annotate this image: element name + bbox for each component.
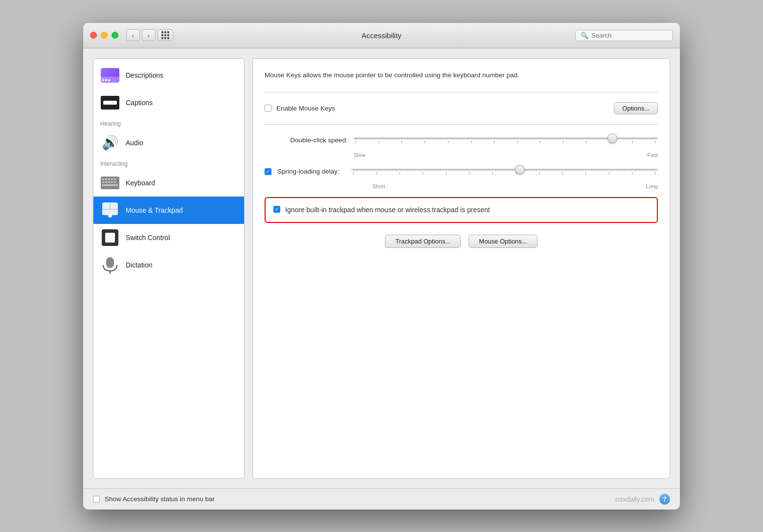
window-title: Accessibility: [361, 31, 402, 40]
search-input[interactable]: [591, 32, 668, 39]
sidebar-section-interacting: Interacting: [93, 156, 244, 169]
options-button[interactable]: Options...: [614, 102, 658, 114]
sidebar-item-captions[interactable]: Captions: [93, 89, 244, 116]
traffic-lights: [90, 32, 118, 39]
captions-icon: [100, 93, 120, 112]
audio-icon: 🔊: [100, 133, 120, 153]
divider-2: [265, 124, 658, 125]
sidebar-item-keyboard[interactable]: Keyboard: [93, 169, 244, 197]
right-panel: Mouse Keys allows the mouse pointer to b…: [252, 58, 670, 479]
fast-label: Fast: [648, 152, 658, 158]
sidebar-scroll[interactable]: Descriptions Captions Hearing: [93, 59, 244, 478]
grid-view-button[interactable]: [157, 29, 173, 41]
svg-rect-3: [108, 178, 110, 180]
svg-rect-1: [102, 178, 104, 180]
spring-loading-slider-container: [351, 166, 658, 177]
svg-rect-11: [102, 184, 118, 186]
show-accessibility-label: Show Accessibility status in menu bar: [105, 495, 215, 503]
sidebar-label-mouse-trackpad: Mouse & Trackpad: [126, 206, 183, 214]
spring-loading-ticks: [351, 172, 658, 175]
double-click-speed-thumb[interactable]: [607, 133, 617, 143]
watermark: osxdaily.com: [615, 495, 654, 503]
nav-buttons: ‹ ›: [126, 29, 156, 41]
spring-loading-checkbox[interactable]: [265, 168, 271, 175]
sidebar-item-dictation[interactable]: Dictation: [93, 251, 244, 279]
sidebar-label-captions: Captions: [126, 99, 153, 107]
spring-loading-labels: Short Long: [265, 183, 658, 189]
sidebar-label-descriptions: Descriptions: [126, 71, 163, 79]
trackpad-options-button[interactable]: Trackpad Options...: [385, 235, 461, 248]
sidebar-label-audio: Audio: [126, 139, 143, 147]
grid-icon: [161, 31, 170, 40]
sidebar-item-audio[interactable]: 🔊 Audio: [93, 129, 244, 156]
short-label: Short: [372, 183, 385, 189]
switch-control-icon: [100, 228, 120, 247]
mouse-options-button[interactable]: Mouse Options...: [469, 235, 537, 248]
descriptions-icon: [100, 66, 120, 85]
ignore-trackpad-box: Ignore built-in trackpad when mouse or w…: [265, 197, 658, 223]
double-click-speed-label: Double-click speed:: [265, 136, 348, 144]
slow-label: Slow: [354, 152, 365, 158]
keyboard-icon: [100, 173, 120, 193]
bottom-bar: Show Accessibility status in menu bar os…: [83, 488, 680, 510]
svg-rect-4: [111, 178, 113, 180]
svg-rect-7: [105, 181, 107, 183]
sidebar-item-descriptions[interactable]: Descriptions: [93, 62, 244, 89]
double-click-speed-row: Double-click speed:: [265, 134, 658, 146]
double-click-speed-slider-container: [354, 134, 658, 146]
enable-mouse-keys-label: Enable Mouse Keys: [276, 105, 335, 112]
enable-mouse-keys-row: Enable Mouse Keys Options...: [265, 102, 658, 114]
dictation-icon: [100, 255, 120, 275]
double-click-speed-labels: Slow Fast: [265, 152, 658, 158]
search-icon: 🔍: [581, 32, 588, 39]
search-box[interactable]: 🔍: [575, 30, 673, 41]
main-window: ‹ › Accessibility 🔍: [83, 23, 680, 510]
show-accessibility-checkbox[interactable]: [93, 496, 100, 503]
spring-loading-thumb[interactable]: [515, 165, 525, 175]
sidebar-item-mouse-trackpad[interactable]: Mouse & Trackpad: [93, 197, 244, 224]
double-click-speed-section: Double-click speed:: [265, 134, 658, 158]
sidebar-item-switch-control[interactable]: Switch Control: [93, 224, 244, 251]
sidebar: Descriptions Captions Hearing: [93, 58, 245, 479]
trackpad-mouse-buttons: Trackpad Options... Mouse Options...: [265, 235, 658, 248]
divider-1: [265, 92, 658, 92]
ignore-trackpad-checkbox[interactable]: [273, 206, 280, 213]
titlebar: ‹ › Accessibility 🔍: [83, 23, 680, 48]
svg-rect-2: [105, 178, 107, 180]
svg-rect-16: [106, 257, 114, 268]
mouse-trackpad-icon: [100, 200, 120, 220]
spring-loading-label: Spring-loading delay:: [277, 168, 339, 175]
sidebar-label-dictation: Dictation: [126, 261, 152, 269]
svg-point-15: [108, 214, 112, 218]
spring-loading-row: Spring-loading delay:: [265, 166, 658, 177]
sidebar-section-hearing: Hearing: [93, 116, 244, 129]
svg-rect-10: [114, 181, 116, 183]
spring-loading-section: Spring-loading delay:: [265, 166, 658, 189]
long-label: Long: [646, 183, 658, 189]
mouse-keys-description: Mouse Keys allows the mouse pointer to b…: [265, 70, 658, 80]
svg-rect-6: [102, 181, 104, 183]
main-content: Descriptions Captions Hearing: [83, 48, 680, 488]
forward-button[interactable]: ›: [142, 29, 156, 41]
sidebar-label-keyboard: Keyboard: [126, 179, 155, 187]
svg-rect-8: [108, 181, 110, 183]
minimize-button[interactable]: [101, 32, 108, 39]
enable-mouse-keys-option: Enable Mouse Keys: [265, 105, 335, 112]
svg-rect-5: [114, 178, 116, 180]
close-button[interactable]: [90, 32, 97, 39]
enable-mouse-keys-checkbox[interactable]: [265, 105, 271, 111]
maximize-button[interactable]: [112, 32, 118, 39]
double-click-speed-track: [354, 137, 658, 139]
help-button[interactable]: ?: [659, 494, 670, 505]
ignore-trackpad-label: Ignore built-in trackpad when mouse or w…: [285, 205, 490, 215]
back-button[interactable]: ‹: [126, 29, 140, 41]
sidebar-label-switch-control: Switch Control: [126, 234, 170, 242]
svg-rect-9: [111, 181, 113, 183]
spring-loading-track: [351, 169, 658, 171]
